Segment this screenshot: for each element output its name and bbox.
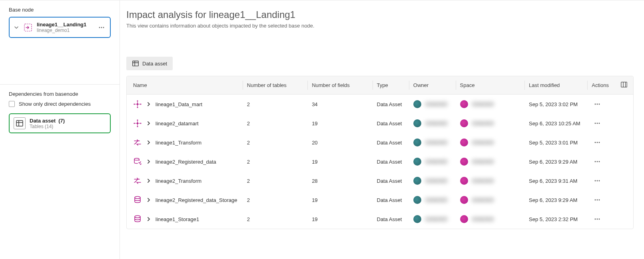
col-type[interactable]: Type — [373, 76, 409, 95]
col-tables[interactable]: Number of tables — [243, 76, 308, 95]
row-tables: 2 — [243, 95, 308, 114]
row-name[interactable]: lineage2_Transform — [156, 178, 201, 184]
row-actions-button[interactable] — [592, 175, 603, 186]
row-type: Data Asset — [373, 171, 409, 190]
impact-table: Name Number of tables Number of fields T… — [126, 76, 634, 229]
space-icon — [460, 177, 468, 185]
space-icon — [460, 138, 468, 146]
col-owner[interactable]: Owner — [409, 76, 456, 95]
row-fields: 19 — [308, 190, 373, 210]
row-name[interactable]: lineage1_Transform — [156, 140, 201, 146]
avatar-icon — [413, 138, 421, 146]
row-modified: Sep 6, 2023 9:31 AM — [525, 171, 588, 190]
mart-icon — [133, 100, 142, 109]
row-space[interactable]: redacted — [460, 215, 521, 223]
row-actions-button[interactable] — [592, 156, 603, 167]
expand-row-icon[interactable] — [146, 140, 152, 145]
registered-icon — [133, 157, 142, 166]
row-type: Data Asset — [373, 133, 409, 152]
row-owner[interactable]: redacted — [413, 158, 452, 166]
column-chooser[interactable] — [616, 76, 633, 95]
show-direct-checkbox[interactable] — [9, 101, 15, 107]
row-modified: Sep 6, 2023 9:29 AM — [525, 190, 588, 210]
col-actions: Actions — [588, 76, 616, 95]
table-row: lineage2_Registered_data 2 19 Data Asset… — [127, 152, 633, 171]
base-node-subtitle: lineage_demo1 — [37, 28, 94, 33]
row-name[interactable]: lineage2_Registered_data_Storage — [156, 197, 237, 203]
row-space[interactable]: redacted — [460, 100, 521, 108]
chevron-down-icon[interactable] — [14, 25, 19, 30]
row-owner[interactable]: redacted — [413, 177, 452, 185]
row-tables: 2 — [243, 190, 308, 210]
base-node-card[interactable]: lineage1__Landing1 lineage_demo1 — [9, 17, 111, 38]
transform-icon — [133, 138, 142, 147]
dependencies-label: Dependencies from basenode — [9, 91, 111, 97]
table-row: lineage1_Data_mart 2 34 Data Asset redac… — [127, 95, 633, 114]
row-space[interactable]: redacted — [460, 196, 521, 204]
row-space[interactable]: redacted — [460, 158, 521, 166]
row-modified: Sep 5, 2023 2:32 PM — [525, 210, 588, 229]
expand-row-icon[interactable] — [146, 101, 152, 107]
row-fields: 19 — [308, 152, 373, 171]
row-name[interactable]: lineage2_datamart — [156, 121, 199, 127]
page-description: This view contains information about obj… — [126, 23, 634, 29]
col-fields[interactable]: Number of fields — [308, 76, 373, 95]
mart-icon — [133, 119, 142, 128]
expand-row-icon[interactable] — [146, 178, 152, 184]
space-icon — [460, 100, 468, 108]
row-owner[interactable]: redacted — [413, 196, 452, 204]
row-actions-button[interactable] — [592, 137, 603, 148]
row-modified: Sep 5, 2023 3:02 PM — [525, 95, 588, 114]
row-owner[interactable]: redacted — [413, 100, 452, 108]
base-node-label: Base node — [9, 7, 111, 13]
dependency-subtitle: Tables (14) — [30, 124, 65, 129]
row-fields: 34 — [308, 95, 373, 114]
row-owner[interactable]: redacted — [413, 138, 452, 146]
row-space[interactable]: redacted — [460, 138, 521, 146]
avatar-icon — [413, 177, 421, 185]
more-icon[interactable] — [97, 23, 106, 32]
col-space[interactable]: Space — [456, 76, 525, 95]
dependency-card[interactable]: Data asset (7) Tables (14) — [9, 113, 111, 133]
row-name[interactable]: lineage1_Storage1 — [156, 216, 199, 222]
col-modified[interactable]: Last modified — [525, 76, 588, 95]
table-row: lineage2_datamart 2 19 Data Asset redact… — [127, 114, 633, 133]
row-owner[interactable]: redacted — [413, 215, 452, 223]
expand-row-icon[interactable] — [146, 121, 152, 126]
space-icon — [460, 158, 468, 166]
row-type: Data Asset — [373, 95, 409, 114]
base-node-title: lineage1__Landing1 — [37, 22, 94, 28]
row-actions-button[interactable] — [592, 99, 603, 110]
row-fields: 19 — [308, 114, 373, 133]
col-name[interactable]: Name — [127, 76, 243, 95]
space-icon — [460, 119, 468, 127]
row-tables: 2 — [243, 210, 308, 229]
expand-row-icon[interactable] — [146, 197, 152, 203]
table-row: lineage1_Storage1 2 19 Data Asset redact… — [127, 210, 633, 229]
row-name[interactable]: lineage1_Data_mart — [156, 101, 202, 107]
row-tables: 2 — [243, 114, 308, 133]
row-fields: 20 — [308, 133, 373, 152]
avatar-icon — [413, 215, 421, 223]
row-actions-button[interactable] — [592, 194, 603, 206]
expand-row-icon[interactable] — [146, 216, 152, 222]
table-row: lineage2_Transform 2 28 Data Asset redac… — [127, 171, 633, 190]
space-icon — [460, 196, 468, 204]
row-type: Data Asset — [373, 114, 409, 133]
row-owner[interactable]: redacted — [413, 119, 452, 127]
show-direct-label[interactable]: Show only direct dependencies — [19, 101, 91, 107]
sidebar: Base node lineage1__Landing1 lineage_dem… — [0, 0, 120, 259]
row-tables: 2 — [243, 133, 308, 152]
table-icon — [14, 117, 26, 129]
filter-chip-data-asset[interactable]: Data asset — [126, 57, 173, 70]
expand-row-icon[interactable] — [146, 159, 152, 164]
row-space[interactable]: redacted — [460, 119, 521, 127]
row-tables: 2 — [243, 152, 308, 171]
row-name[interactable]: lineage2_Registered_data — [156, 159, 216, 165]
row-actions-button[interactable] — [592, 214, 603, 225]
row-fields: 28 — [308, 171, 373, 190]
row-space[interactable]: redacted — [460, 177, 521, 185]
avatar-icon — [413, 119, 421, 127]
row-modified: Sep 6, 2023 10:25 AM — [525, 114, 588, 133]
row-actions-button[interactable] — [592, 118, 603, 129]
